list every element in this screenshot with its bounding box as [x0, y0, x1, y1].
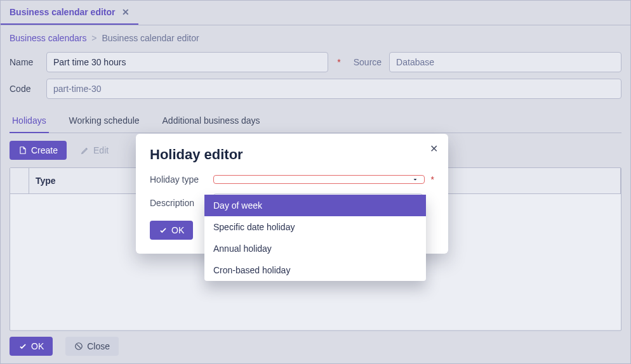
edit-label: Edit — [93, 145, 109, 155]
close-button[interactable]: Close — [65, 337, 119, 356]
dialog-ok-button[interactable]: OK — [150, 221, 193, 240]
option-cron[interactable]: Cron-based holiday — [204, 259, 426, 281]
ok-label: OK — [31, 341, 44, 351]
name-label: Name — [10, 57, 39, 67]
required-indicator: * — [431, 174, 434, 185]
edit-button: Edit — [72, 141, 117, 160]
tab-title: Business calendar editor — [10, 7, 116, 17]
description-label: Description — [150, 198, 208, 208]
check-icon — [159, 226, 168, 235]
tab-schedule[interactable]: Working schedule — [67, 110, 142, 132]
source-label: Source — [354, 57, 382, 67]
grid-select-column[interactable] — [10, 168, 29, 193]
option-day-of-week[interactable]: Day of week — [204, 195, 426, 216]
check-icon — [18, 342, 27, 351]
tabstrip: Business calendar editor ✕ — [1, 1, 630, 25]
cancel-icon — [74, 342, 83, 351]
tab-additional[interactable]: Additional business days — [160, 110, 263, 132]
tab-business-calendar-editor[interactable]: Business calendar editor ✕ — [1, 1, 138, 25]
code-label: Code — [10, 84, 39, 94]
breadcrumb: Business calendars > Business calendar e… — [10, 25, 621, 52]
pencil-icon — [81, 146, 90, 155]
option-specific-date[interactable]: Specific date holiday — [204, 216, 426, 238]
create-button[interactable]: Create — [10, 141, 67, 160]
inner-tabs: Holidays Working schedule Additional bus… — [10, 110, 621, 133]
breadcrumb-sep: > — [91, 33, 96, 43]
chevron-down-icon — [411, 176, 419, 183]
holiday-type-select[interactable] — [213, 175, 425, 184]
create-label: Create — [31, 145, 58, 155]
document-icon — [18, 146, 27, 155]
breadcrumb-root[interactable]: Business calendars — [10, 33, 86, 43]
close-icon[interactable]: ✕ — [122, 7, 130, 17]
tab-holidays[interactable]: Holidays — [10, 110, 49, 133]
required-indicator: * — [337, 57, 340, 67]
option-annual[interactable]: Annual holiday — [204, 238, 426, 259]
holiday-type-dropdown: Day of week Specific date holiday Annual… — [204, 195, 426, 281]
source-input — [389, 52, 621, 72]
ok-button[interactable]: OK — [10, 337, 53, 356]
close-label: Close — [87, 341, 110, 351]
breadcrumb-current: Business calendar editor — [102, 33, 199, 43]
code-input — [46, 79, 621, 99]
dialog-close-icon[interactable]: ✕ — [430, 143, 438, 155]
dialog-title: Holiday editor — [150, 146, 434, 163]
dialog-ok-label: OK — [171, 225, 184, 235]
name-input[interactable] — [46, 52, 328, 72]
holiday-type-label: Holiday type — [150, 174, 208, 185]
